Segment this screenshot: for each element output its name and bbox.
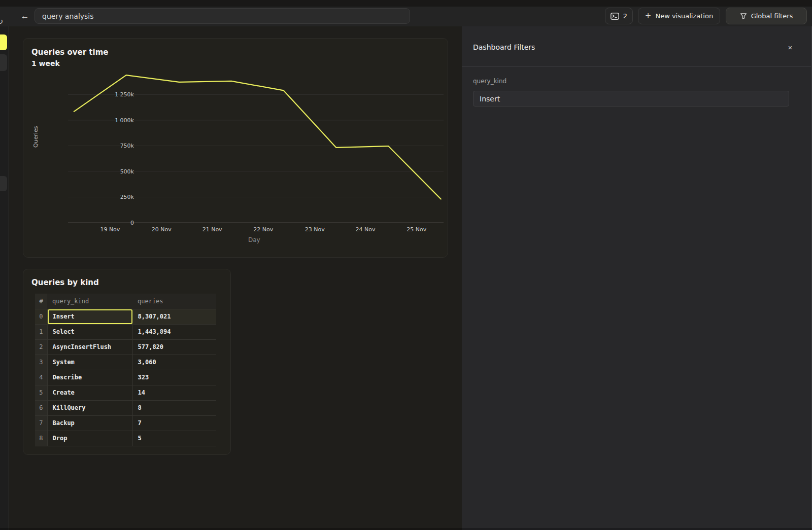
table-card-queries-by-kind: Queries by kind #query_kindqueries 0Inse… bbox=[23, 269, 231, 455]
x-tick-label: 20 Nov bbox=[152, 226, 172, 233]
sidebar-item-yellow[interactable] bbox=[0, 34, 7, 50]
x-tick-label: 21 Nov bbox=[202, 226, 222, 233]
new-visualization-button[interactable]: + New visualization bbox=[638, 8, 720, 24]
chart-card-queries-over-time: Queries over time 1 week Queries Day 025… bbox=[23, 38, 448, 258]
query-kind-cell[interactable]: Create bbox=[47, 385, 132, 400]
table-header-row: #query_kindqueries bbox=[35, 294, 216, 309]
queries-value-cell[interactable]: 577,820 bbox=[132, 339, 216, 355]
y-tick-label: 250k bbox=[120, 194, 134, 200]
queries-value-cell[interactable]: 14 bbox=[132, 385, 216, 400]
topbar: ↻ ← 2 + New visualization Global filters bbox=[0, 7, 812, 26]
sidebar bbox=[0, 26, 9, 530]
table-header-queries: queries bbox=[132, 294, 216, 309]
history-refresh-icon[interactable]: ↻ bbox=[0, 17, 3, 26]
queries-value-cell[interactable]: 323 bbox=[132, 370, 216, 385]
query-kind-cell[interactable]: Insert bbox=[47, 309, 132, 324]
x-tick-label: 25 Nov bbox=[407, 226, 426, 233]
row-index-cell: 1 bbox=[35, 324, 47, 339]
filter-field-label: query_kind bbox=[473, 78, 506, 85]
sidebar-item-2[interactable] bbox=[0, 176, 7, 191]
queries-value-cell[interactable]: 3,060 bbox=[132, 355, 216, 370]
row-index-cell: 4 bbox=[35, 370, 47, 385]
query-kind-cell[interactable]: Describe bbox=[47, 370, 132, 385]
table-row: 6KillQuery8 bbox=[35, 400, 216, 415]
x-tick-label: 19 Nov bbox=[100, 226, 120, 233]
row-index-cell: 3 bbox=[35, 355, 47, 370]
y-tick-label: 1 000k bbox=[115, 117, 134, 123]
table-row: 2AsyncInsertFlush577,820 bbox=[35, 339, 216, 355]
table-row: 7Backup7 bbox=[35, 415, 216, 431]
queries-value-cell[interactable]: 8 bbox=[132, 400, 216, 415]
query-kind-cell[interactable]: Select bbox=[47, 324, 132, 339]
query-kind-cell[interactable]: Drop bbox=[47, 431, 132, 446]
console-count: 2 bbox=[623, 12, 627, 20]
filters-panel-header: Dashboard Filters × bbox=[462, 26, 812, 67]
query-kind-filter-input[interactable] bbox=[473, 91, 789, 107]
funnel-icon bbox=[740, 13, 747, 20]
plus-icon: + bbox=[645, 11, 652, 20]
dashboard-app: ↻ ← 2 + New visualization Global filters bbox=[0, 0, 812, 530]
y-tick-label: 500k bbox=[120, 168, 134, 174]
new-visualization-label: New visualization bbox=[655, 12, 713, 20]
row-index-cell: 0 bbox=[35, 309, 47, 324]
window-bottom-strip bbox=[0, 528, 812, 530]
queries-value-cell[interactable]: 8,307,021 bbox=[132, 309, 216, 324]
query-kind-cell[interactable]: Backup bbox=[47, 415, 132, 431]
back-button[interactable]: ← bbox=[18, 10, 31, 23]
filters-panel-title: Dashboard Filters bbox=[473, 43, 535, 51]
y-tick-label: 0 bbox=[130, 220, 134, 226]
console-icon bbox=[611, 13, 619, 20]
queries-value-cell[interactable]: 7 bbox=[132, 415, 216, 431]
y-axis-label: Queries bbox=[32, 126, 39, 148]
row-index-cell: 6 bbox=[35, 400, 47, 415]
console-count-button[interactable]: 2 bbox=[605, 8, 633, 24]
dashboard-title-input[interactable] bbox=[35, 8, 410, 24]
table-header-query_kind: query_kind bbox=[47, 294, 132, 309]
table-row: 8Drop5 bbox=[35, 431, 216, 446]
chart-subtitle: 1 week bbox=[31, 59, 60, 67]
query-kind-cell[interactable]: KillQuery bbox=[47, 400, 132, 415]
row-index-cell: 8 bbox=[35, 431, 47, 446]
x-tick-label: 23 Nov bbox=[305, 226, 325, 233]
queries-value-cell[interactable]: 1,443,894 bbox=[132, 324, 216, 339]
table-title: Queries by kind bbox=[31, 278, 99, 287]
row-index-cell: 5 bbox=[35, 385, 47, 400]
row-index-cell: 7 bbox=[35, 415, 47, 431]
table-row: 3System3,060 bbox=[35, 355, 216, 370]
table-row: 5Create14 bbox=[35, 385, 216, 400]
queries-value-cell[interactable]: 5 bbox=[132, 431, 216, 446]
y-tick-label: 750k bbox=[120, 143, 134, 149]
table-row: 1Select1,443,894 bbox=[35, 324, 216, 339]
y-tick-label: 1 250k bbox=[115, 91, 134, 98]
x-tick-label: 24 Nov bbox=[356, 226, 376, 233]
close-icon[interactable]: × bbox=[785, 42, 796, 53]
dashboard-filters-panel: Dashboard Filters × query_kind bbox=[462, 26, 812, 530]
table-row: 0Insert8,307,021 bbox=[35, 309, 216, 324]
sidebar-item-1[interactable] bbox=[0, 54, 7, 71]
query-kind-cell[interactable]: System bbox=[47, 355, 132, 370]
x-tick-label: 22 Nov bbox=[253, 226, 273, 233]
queries-by-kind-table: #query_kindqueries 0Insert8,307,0211Sele… bbox=[35, 294, 216, 446]
row-index-cell: 2 bbox=[35, 339, 47, 355]
table-row: 4Describe323 bbox=[35, 370, 216, 385]
table-header-index: # bbox=[35, 294, 47, 309]
chart-title: Queries over time bbox=[31, 48, 108, 57]
window-top-strip bbox=[0, 0, 812, 7]
global-filters-button[interactable]: Global filters bbox=[726, 8, 807, 24]
main-canvas: Queries over time 1 week Queries Day 025… bbox=[9, 26, 462, 530]
global-filters-label: Global filters bbox=[751, 12, 793, 20]
query-kind-cell[interactable]: AsyncInsertFlush bbox=[47, 339, 132, 355]
x-axis-label: Day bbox=[248, 236, 260, 243]
